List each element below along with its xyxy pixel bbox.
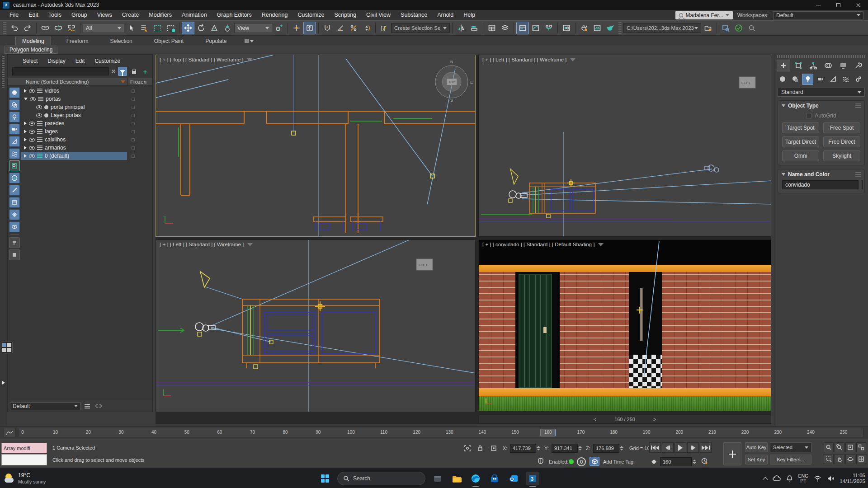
layer-row-0-default[interactable]: 0 (default) xyxy=(21,152,152,160)
display-particles-icon[interactable] xyxy=(9,209,20,220)
tab-modify[interactable] xyxy=(792,60,805,71)
use-pivot-center-button[interactable] xyxy=(273,22,285,34)
select-and-rotate-button[interactable] xyxy=(195,22,208,34)
menu-animation[interactable]: Animation xyxy=(177,10,212,20)
snaps-toggle-3d[interactable]: 3 xyxy=(321,22,334,34)
layer-mode-button[interactable] xyxy=(83,402,92,411)
display-bones-icon[interactable] xyxy=(9,185,20,196)
onedrive-icon[interactable] xyxy=(773,475,781,482)
time-slider-ruler[interactable]: 0102030405060708090100110120130140150160… xyxy=(18,428,863,437)
explorer-options-icon[interactable] xyxy=(9,249,20,260)
maxscript-mini-listener[interactable]: Array modifi xyxy=(1,443,47,453)
frozen-cell[interactable] xyxy=(127,155,152,158)
close-button[interactable] xyxy=(848,0,868,10)
menu-group[interactable]: Group xyxy=(66,10,92,20)
selection-filter-dropdown[interactable]: All xyxy=(83,23,124,33)
toggle-scene-explorer-button[interactable] xyxy=(486,22,498,34)
rectangular-selection-region-button[interactable] xyxy=(151,22,164,34)
layer-row-caixilhos[interactable]: caixilhos xyxy=(21,136,152,144)
viewport-filter-icon[interactable] xyxy=(247,243,253,246)
project-folder-button[interactable] xyxy=(702,22,714,34)
ribbon-tab-object-paint[interactable]: Object Paint xyxy=(148,37,190,45)
viewport-filter-icon[interactable] xyxy=(570,58,576,61)
render-production-button[interactable] xyxy=(604,22,617,34)
pick-mode-button[interactable] xyxy=(94,402,103,411)
expand-icon[interactable] xyxy=(24,130,27,133)
category-lights-icon[interactable] xyxy=(802,74,813,85)
enabled-count-badge[interactable]: 0 xyxy=(577,457,586,466)
add-time-tag-label[interactable]: Add Time Tag xyxy=(603,459,633,465)
named-selection-set-combo[interactable]: Create Selection Se xyxy=(391,23,450,33)
menu-customize[interactable]: Customize xyxy=(292,10,329,20)
search-input[interactable] xyxy=(12,67,109,75)
visibility-icon[interactable] xyxy=(29,122,35,126)
menu-graph-editors[interactable]: Graph Editors xyxy=(212,10,257,20)
display-shapes-icon[interactable] xyxy=(9,99,20,110)
dock-expand-button[interactable] xyxy=(1,380,6,386)
viewport-filter-icon[interactable] xyxy=(598,243,604,246)
unlink-icon[interactable] xyxy=(52,22,65,34)
skylight-button[interactable]: Skylight xyxy=(823,150,860,161)
frozen-cell[interactable] xyxy=(127,138,152,141)
menu-rendering[interactable]: Rendering xyxy=(257,10,293,20)
category-systems-icon[interactable] xyxy=(853,74,864,85)
frozen-cell[interactable] xyxy=(127,98,152,101)
target-spot-button[interactable]: Target Spot xyxy=(782,122,819,133)
undo-button[interactable] xyxy=(8,22,21,34)
frozen-cell[interactable] xyxy=(127,122,152,125)
se-menu-edit[interactable]: Edit xyxy=(71,58,89,64)
ribbon-config-dropdown[interactable] xyxy=(242,38,256,45)
pan-hand-icon[interactable] xyxy=(835,454,844,464)
ribbon-tab-populate[interactable]: Populate xyxy=(199,37,233,45)
reference-coordinate-dropdown[interactable]: View xyxy=(234,23,272,33)
tray-expand-icon[interactable] xyxy=(763,477,768,482)
minimize-button[interactable] xyxy=(808,0,828,10)
percent-snap-toggle[interactable] xyxy=(347,22,360,34)
tab-utilities[interactable] xyxy=(851,60,865,71)
category-cameras-icon[interactable] xyxy=(815,74,826,85)
object-row-porta-principal[interactable]: porta principal xyxy=(21,103,152,111)
display-xrefs-icon[interactable] xyxy=(9,173,20,183)
visibility-icon[interactable] xyxy=(36,105,42,109)
frozen-column-header[interactable]: Frozen xyxy=(127,78,152,85)
display-groups-icon[interactable] xyxy=(9,160,20,171)
visibility-icon[interactable] xyxy=(30,97,36,101)
ribbon-tab-freeform[interactable]: Freeform xyxy=(60,37,95,45)
tab-hierarchy[interactable] xyxy=(807,60,820,71)
menu-file[interactable]: File xyxy=(5,10,24,20)
layer-row-paredes[interactable]: paredes xyxy=(21,119,152,127)
category-spacewarps-icon[interactable] xyxy=(840,74,851,85)
expand-icon[interactable] xyxy=(24,89,27,93)
select-by-name-button[interactable] xyxy=(138,22,151,34)
clear-search-icon[interactable] xyxy=(111,69,116,74)
layer-row-lages[interactable]: lages xyxy=(21,127,152,136)
absolute-offset-toggle[interactable] xyxy=(488,443,499,454)
viewport-left-small[interactable]: [ + ] [ Left ] [ Standard ] [ Wireframe … xyxy=(478,55,771,237)
menu-tools[interactable]: Tools xyxy=(43,10,66,20)
display-spacewarps-icon[interactable] xyxy=(9,148,20,159)
select-object-button[interactable] xyxy=(125,22,137,34)
select-and-place-button[interactable] xyxy=(221,22,234,34)
go-to-end-button[interactable] xyxy=(700,442,712,453)
display-cameras-icon[interactable] xyxy=(9,124,20,135)
current-frame-field[interactable]: 160 xyxy=(660,457,692,466)
visibility-icon[interactable] xyxy=(29,89,35,93)
object-color-swatch[interactable] xyxy=(862,180,863,189)
zoom-extents-icon[interactable] xyxy=(845,442,855,452)
object-name-input[interactable] xyxy=(782,180,859,189)
animation-shield-icon[interactable] xyxy=(536,456,545,465)
light-type-dropdown[interactable]: Standard xyxy=(778,88,865,97)
menu-arnold[interactable]: Arnold xyxy=(432,10,458,20)
key-step-toggle[interactable] xyxy=(649,456,658,467)
time-tag-cube-icon[interactable] xyxy=(590,457,599,466)
visibility-icon[interactable] xyxy=(29,154,35,158)
target-direct-button[interactable]: Target Direct xyxy=(782,136,819,147)
rendered-frame-window-button[interactable] xyxy=(591,22,604,34)
select-link-icon[interactable] xyxy=(39,22,52,34)
key-mode-dropdown[interactable]: Selected xyxy=(770,442,811,452)
visibility-icon[interactable] xyxy=(29,130,35,134)
mirror-button[interactable] xyxy=(455,22,467,34)
se-menu-customize[interactable]: Customize xyxy=(90,58,124,64)
notification-bell-icon[interactable] xyxy=(786,475,793,482)
zoom-all-icon[interactable] xyxy=(835,442,844,452)
